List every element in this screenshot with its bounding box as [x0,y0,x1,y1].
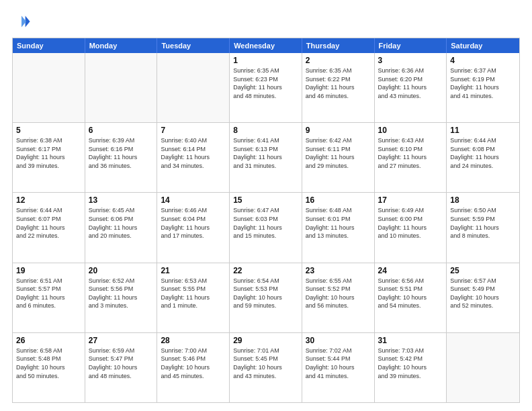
day-number: 13 [89,195,154,205]
day-info: Sunrise: 6:46 AM Sunset: 6:04 PM Dayligh… [161,206,226,240]
day-info: Sunrise: 7:01 AM Sunset: 5:45 PM Dayligh… [233,347,298,380]
empty-cell-0-2 [157,53,230,122]
day-cell-21: 21Sunrise: 6:53 AM Sunset: 5:55 PM Dayli… [157,263,230,332]
day-number: 21 [161,266,226,275]
day-number: 26 [16,336,81,345]
header-day-friday: Friday [375,38,447,53]
day-info: Sunrise: 6:59 AM Sunset: 5:47 PM Dayligh… [89,347,154,380]
header-day-saturday: Saturday [447,38,519,53]
day-info: Sunrise: 6:39 AM Sunset: 6:16 PM Dayligh… [89,136,154,170]
day-number: 11 [450,126,516,135]
day-info: Sunrise: 6:58 AM Sunset: 5:48 PM Dayligh… [16,347,81,380]
day-cell-9: 9Sunrise: 6:42 AM Sunset: 6:11 PM Daylig… [302,123,375,192]
day-cell-8: 8Sunrise: 6:41 AM Sunset: 6:13 PM Daylig… [230,123,302,192]
day-number: 28 [161,336,226,345]
day-cell-5: 5Sunrise: 6:38 AM Sunset: 6:17 PM Daylig… [13,123,85,192]
day-number: 4 [450,56,516,65]
day-cell-2: 2Sunrise: 6:35 AM Sunset: 6:22 PM Daylig… [302,53,375,122]
day-cell-1: 1Sunrise: 6:35 AM Sunset: 6:23 PM Daylig… [230,53,302,122]
day-number: 7 [161,126,226,135]
day-cell-3: 3Sunrise: 6:36 AM Sunset: 6:20 PM Daylig… [375,53,447,122]
day-number: 22 [233,266,298,275]
empty-cell-0-0 [13,53,85,122]
day-cell-24: 24Sunrise: 6:56 AM Sunset: 5:51 PM Dayli… [375,263,447,332]
day-info: Sunrise: 6:53 AM Sunset: 5:55 PM Dayligh… [161,277,226,310]
logo [12,12,34,31]
day-cell-30: 30Sunrise: 7:02 AM Sunset: 5:44 PM Dayli… [302,333,375,402]
day-info: Sunrise: 6:38 AM Sunset: 6:17 PM Dayligh… [16,136,81,170]
day-info: Sunrise: 6:40 AM Sunset: 6:14 PM Dayligh… [161,136,226,170]
day-cell-4: 4Sunrise: 6:37 AM Sunset: 6:19 PM Daylig… [447,53,519,122]
day-number: 27 [89,336,154,345]
day-cell-17: 17Sunrise: 6:49 AM Sunset: 6:00 PM Dayli… [375,193,447,262]
day-number: 1 [233,56,298,65]
day-cell-23: 23Sunrise: 6:55 AM Sunset: 5:52 PM Dayli… [302,263,375,332]
day-cell-31: 31Sunrise: 7:03 AM Sunset: 5:42 PM Dayli… [375,333,447,402]
day-cell-16: 16Sunrise: 6:48 AM Sunset: 6:01 PM Dayli… [302,193,375,262]
day-number: 16 [306,195,371,205]
day-number: 9 [306,126,371,135]
calendar-header: SundayMondayTuesdayWednesdayThursdayFrid… [13,38,519,53]
day-number: 3 [378,56,443,65]
day-cell-27: 27Sunrise: 6:59 AM Sunset: 5:47 PM Dayli… [85,333,158,402]
day-info: Sunrise: 6:48 AM Sunset: 6:01 PM Dayligh… [306,206,371,240]
day-info: Sunrise: 6:44 AM Sunset: 6:07 PM Dayligh… [16,206,81,240]
day-number: 15 [233,195,298,205]
day-number: 12 [16,195,81,205]
day-cell-6: 6Sunrise: 6:39 AM Sunset: 6:16 PM Daylig… [85,123,158,192]
day-cell-11: 11Sunrise: 6:44 AM Sunset: 6:08 PM Dayli… [447,123,519,192]
day-info: Sunrise: 6:44 AM Sunset: 6:08 PM Dayligh… [450,136,516,170]
day-cell-25: 25Sunrise: 6:57 AM Sunset: 5:49 PM Dayli… [447,263,519,332]
day-cell-13: 13Sunrise: 6:45 AM Sunset: 6:06 PM Dayli… [85,193,158,262]
day-number: 2 [306,56,371,65]
day-cell-22: 22Sunrise: 6:54 AM Sunset: 5:53 PM Dayli… [230,263,302,332]
day-info: Sunrise: 6:43 AM Sunset: 6:10 PM Dayligh… [378,136,443,170]
day-info: Sunrise: 6:51 AM Sunset: 5:57 PM Dayligh… [16,277,81,310]
day-cell-14: 14Sunrise: 6:46 AM Sunset: 6:04 PM Dayli… [157,193,230,262]
calendar: SundayMondayTuesdayWednesdayThursdayFrid… [12,38,520,403]
day-info: Sunrise: 6:54 AM Sunset: 5:53 PM Dayligh… [233,277,298,310]
day-info: Sunrise: 6:36 AM Sunset: 6:20 PM Dayligh… [378,66,443,100]
calendar-row-1: 5Sunrise: 6:38 AM Sunset: 6:17 PM Daylig… [13,122,519,192]
day-info: Sunrise: 6:41 AM Sunset: 6:13 PM Dayligh… [233,136,298,170]
day-info: Sunrise: 7:03 AM Sunset: 5:42 PM Dayligh… [378,347,443,380]
day-number: 23 [306,266,371,275]
day-number: 24 [378,266,443,275]
day-info: Sunrise: 6:49 AM Sunset: 6:00 PM Dayligh… [378,206,443,240]
day-info: Sunrise: 6:35 AM Sunset: 6:22 PM Dayligh… [306,66,371,100]
day-cell-12: 12Sunrise: 6:44 AM Sunset: 6:07 PM Dayli… [13,193,85,262]
day-cell-28: 28Sunrise: 7:00 AM Sunset: 5:46 PM Dayli… [157,333,230,402]
header-day-thursday: Thursday [302,38,375,53]
day-info: Sunrise: 6:57 AM Sunset: 5:49 PM Dayligh… [450,277,516,310]
day-info: Sunrise: 6:50 AM Sunset: 5:59 PM Dayligh… [450,206,516,240]
calendar-row-3: 19Sunrise: 6:51 AM Sunset: 5:57 PM Dayli… [13,263,519,332]
day-number: 20 [89,266,154,275]
day-info: Sunrise: 7:02 AM Sunset: 5:44 PM Dayligh… [306,347,371,380]
day-info: Sunrise: 6:42 AM Sunset: 6:11 PM Dayligh… [306,136,371,170]
logo-icon [12,12,31,31]
header-day-sunday: Sunday [13,38,85,53]
day-info: Sunrise: 6:52 AM Sunset: 5:56 PM Dayligh… [89,277,154,310]
day-info: Sunrise: 6:47 AM Sunset: 6:03 PM Dayligh… [233,206,298,240]
header [12,12,520,31]
day-number: 31 [378,336,443,345]
day-cell-26: 26Sunrise: 6:58 AM Sunset: 5:48 PM Dayli… [13,333,85,402]
empty-cell-4-6 [447,333,519,402]
calendar-row-0: 1Sunrise: 6:35 AM Sunset: 6:23 PM Daylig… [13,53,519,122]
day-number: 10 [378,126,443,135]
day-number: 5 [16,126,81,135]
day-cell-15: 15Sunrise: 6:47 AM Sunset: 6:03 PM Dayli… [230,193,302,262]
day-number: 29 [233,336,298,345]
empty-cell-0-1 [85,53,158,122]
calendar-body: 1Sunrise: 6:35 AM Sunset: 6:23 PM Daylig… [13,53,519,402]
day-number: 8 [233,126,298,135]
day-number: 18 [450,195,516,205]
day-cell-29: 29Sunrise: 7:01 AM Sunset: 5:45 PM Dayli… [230,333,302,402]
calendar-row-2: 12Sunrise: 6:44 AM Sunset: 6:07 PM Dayli… [13,192,519,262]
header-day-tuesday: Tuesday [157,38,230,53]
header-day-monday: Monday [85,38,158,53]
day-info: Sunrise: 6:37 AM Sunset: 6:19 PM Dayligh… [450,66,516,100]
day-cell-19: 19Sunrise: 6:51 AM Sunset: 5:57 PM Dayli… [13,263,85,332]
day-cell-18: 18Sunrise: 6:50 AM Sunset: 5:59 PM Dayli… [447,193,519,262]
day-number: 19 [16,266,81,275]
